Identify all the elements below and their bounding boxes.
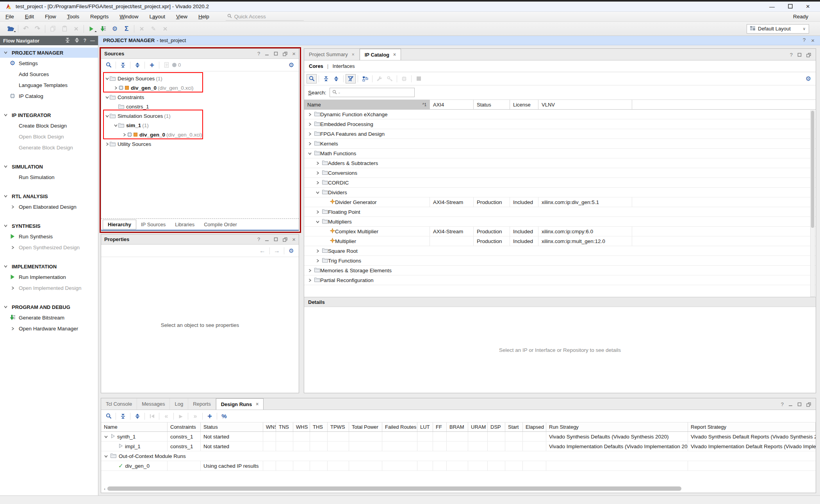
collapse-all-icon[interactable]	[118, 60, 128, 70]
gear-icon[interactable]: ⚙	[803, 74, 813, 83]
chevron-right-icon[interactable]	[316, 170, 322, 176]
minimize-icon[interactable]	[265, 51, 269, 56]
column-header-axi4[interactable]: AXI4	[430, 100, 474, 109]
back-arrow-icon[interactable]: ←	[257, 246, 267, 256]
search-icon[interactable]	[103, 412, 114, 421]
ip-tree-row-complex-multiplier[interactable]: Complex MultiplierAXI4-StreamProductionI…	[304, 227, 816, 236]
abort-icon[interactable]: ×	[159, 24, 171, 34]
paste-icon[interactable]	[59, 24, 70, 34]
source-tree-row-Design Sources[interactable]: Design Sources (1)	[101, 74, 299, 83]
menu-view[interactable]: View	[171, 12, 193, 21]
ip-tree-row-conversions[interactable]: Conversions	[304, 168, 816, 178]
float-icon[interactable]	[806, 53, 811, 57]
layout-selector[interactable]: Default Layout ∨	[747, 24, 809, 34]
ip-tree-row-cordic[interactable]: CORDIC	[304, 178, 816, 188]
close-icon[interactable]: ×	[292, 236, 296, 243]
scrollbar-thumb[interactable]	[811, 111, 814, 228]
ip-tree-row-trig-functions[interactable]: Trig Functions	[304, 256, 816, 266]
redo-icon[interactable]: ↷	[32, 24, 43, 34]
run-row-synth_1[interactable]: synth_1constrs_1Not startedVivado Synthe…	[101, 432, 816, 442]
ip-tree-row-memories-storage-elements[interactable]: Memories & Storage Elements	[304, 266, 816, 275]
menu-flow[interactable]: Flow	[39, 12, 62, 21]
flow-item-settings[interactable]: ⚙Settings	[0, 58, 98, 69]
flow-section-header-ip-integrator[interactable]: IP INTEGRATOR	[0, 110, 98, 120]
ip-tree-row-divider-generator[interactable]: Divider GeneratorAXI4-StreamProductionIn…	[304, 197, 816, 207]
vertical-scrollbar[interactable]	[810, 110, 815, 297]
collapse-all-icon[interactable]	[118, 412, 128, 421]
ip-settings-chip-icon[interactable]	[399, 74, 409, 83]
source-tree-row-constrs_1[interactable]: constrs_1	[101, 102, 299, 111]
float-icon[interactable]	[283, 237, 287, 242]
column-header-ff[interactable]: FF	[433, 422, 447, 431]
chevron-right-icon[interactable]	[308, 121, 314, 127]
maximize-icon[interactable]	[274, 51, 278, 56]
tab-design-runs[interactable]: Design Runs×	[216, 398, 264, 410]
menu-reports[interactable]: Reports	[85, 12, 114, 21]
gear-icon[interactable]: ⚙	[286, 60, 296, 70]
run-group-row-out-of-context-module-runs[interactable]: Out-of-Context Module Runs	[101, 451, 816, 461]
column-header-vlnv[interactable]: VLNV	[538, 100, 632, 109]
flow-section-header-synthesis[interactable]: SYNTHESIS	[0, 221, 98, 231]
close-icon[interactable]: ×	[292, 50, 296, 57]
run-row-impl_1[interactable]: impl_1constrs_1Not startedVivado Impleme…	[101, 442, 816, 451]
chevron-down-icon[interactable]	[316, 190, 322, 195]
add-sources-icon[interactable]: +	[147, 60, 157, 70]
open-file-question-icon[interactable]: ?	[161, 60, 171, 70]
help-icon[interactable]: ?	[781, 401, 784, 407]
flow-item-run-implementation[interactable]: Run Implementation	[0, 272, 98, 282]
source-tree-row-div_gen_0[interactable]: div_gen_0 (div_gen_0.xci)	[101, 130, 299, 139]
ip-tree-row-partial-reconfiguration[interactable]: Partial Reconfiguration	[304, 275, 816, 285]
undo-icon[interactable]: ↶	[20, 24, 32, 34]
ip-tree-row-dividers[interactable]: Dividers	[304, 188, 816, 197]
chevron-right-icon[interactable]	[121, 133, 127, 137]
step-first-icon[interactable]	[147, 412, 157, 421]
flow-item-open-hardware-manager[interactable]: Open Hardware Manager	[0, 323, 98, 334]
expand-all-icon[interactable]	[74, 37, 80, 44]
flow-item-add-sources[interactable]: Add Sources	[0, 69, 98, 80]
source-tree-row-Utility Sources[interactable]: Utility Sources	[101, 139, 299, 149]
scroll-left-icon[interactable]: ‹	[102, 486, 107, 491]
column-header-lut[interactable]: LUT	[417, 422, 433, 431]
close-tab-icon[interactable]: ×	[256, 401, 258, 407]
collapse-all-icon[interactable]	[321, 74, 331, 83]
column-header-ths[interactable]: THS	[310, 422, 328, 431]
column-header-tns[interactable]: TNS	[276, 422, 293, 431]
flow-item-run-simulation[interactable]: Run Simulation	[0, 172, 98, 183]
ip-tree-row-multipliers[interactable]: Multipliers	[304, 217, 816, 227]
delete-icon[interactable]: ×	[70, 24, 82, 34]
help-icon[interactable]: ?	[84, 38, 86, 43]
chevron-right-icon[interactable]	[316, 248, 322, 254]
flow-item-generate-bitstream[interactable]: Generate Bitstream	[0, 312, 98, 323]
maximize-button[interactable]	[788, 4, 793, 10]
column-header-uram[interactable]: URAM	[468, 422, 488, 431]
flow-item-open-implemented-design[interactable]: Open Implemented Design	[0, 282, 98, 293]
expand-all-icon[interactable]	[132, 60, 143, 70]
taxonomy-filter-icon[interactable]	[346, 74, 356, 83]
source-tree-row-Simulation Sources[interactable]: Simulation Sources (1)	[101, 111, 299, 121]
help-icon[interactable]: ?	[257, 236, 260, 242]
column-header-license[interactable]: License	[510, 100, 538, 109]
maximize-icon[interactable]	[274, 237, 278, 241]
info-square-icon[interactable]	[414, 74, 424, 83]
close-button[interactable]: ×	[806, 3, 810, 11]
column-header-run-strategy[interactable]: Run Strategy	[546, 422, 688, 431]
chevron-down-icon[interactable]	[113, 124, 118, 127]
flow-item-open-elaborated-design[interactable]: Open Elaborated Design	[0, 201, 98, 212]
step-forward-icon[interactable]: »	[190, 412, 200, 421]
subtab-interfaces[interactable]: Interfaces	[332, 63, 355, 69]
column-header-tpws[interactable]: TPWS	[328, 422, 349, 431]
maximize-icon[interactable]	[797, 53, 802, 57]
chevron-right-icon[interactable]	[316, 209, 322, 215]
chevron-down-icon[interactable]	[104, 453, 111, 459]
flow-item-language-templates[interactable]: Language Templates	[0, 80, 98, 91]
column-header-start[interactable]: Start	[505, 422, 523, 431]
chevron-right-icon[interactable]	[104, 142, 110, 146]
flow-section-header-project-manager[interactable]: PROJECT MANAGER	[0, 48, 98, 58]
chevron-down-icon[interactable]	[104, 434, 111, 440]
settings-gear-icon[interactable]: ⚙	[109, 24, 121, 34]
ip-tree-row-square-root[interactable]: Square Root	[304, 246, 816, 256]
float-icon[interactable]	[283, 51, 287, 56]
horizontal-scrollbar[interactable]: ‹	[102, 486, 815, 491]
source-tree-row-Constraints[interactable]: Constraints	[101, 92, 299, 102]
sources-panel-header[interactable]: Sources ?×	[101, 49, 299, 59]
